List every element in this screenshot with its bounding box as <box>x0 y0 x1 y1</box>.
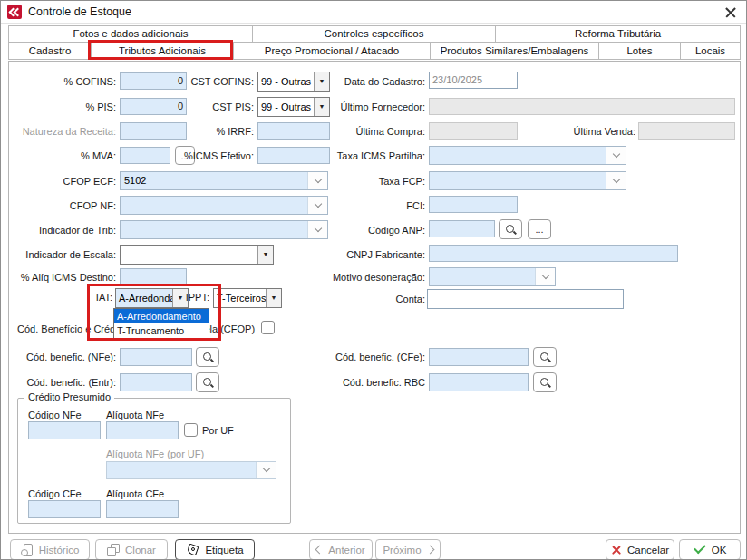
etiqueta-label: Etiqueta <box>205 545 243 555</box>
cod-benefic-nfe-field[interactable] <box>120 348 192 366</box>
cst-pis-label: CST PIS: <box>144 101 254 114</box>
chevron-down-icon[interactable] <box>606 147 626 164</box>
proximo-label: Próximo <box>383 545 421 555</box>
indicador-escala-label: Indicador de Escala: <box>6 249 116 262</box>
cod-benefic-cfe-field[interactable] <box>429 348 529 366</box>
tab-preco-promocional-atacado[interactable]: Preço Promocional / Atacado <box>233 43 431 60</box>
dropdown-arrow-icon[interactable]: ▼ <box>266 289 281 307</box>
motivo-desoneracao-label: Motivo desoneração: <box>309 272 425 285</box>
taxa-fcp-label: Taxa FCP: <box>309 176 425 188</box>
chevron-left-icon <box>315 546 325 555</box>
cfop-ecf-combo[interactable]: 5102 <box>120 171 328 190</box>
fci-label: FCI: <box>309 200 425 213</box>
icms-efetivo-label: %ICMS Efetivo: <box>144 150 254 163</box>
ok-label: OK <box>712 545 727 555</box>
motivo-desoneracao-combo[interactable] <box>429 267 556 286</box>
taxa-fcp-value <box>430 172 606 189</box>
beneficio-tabela-checkbox[interactable] <box>261 321 275 334</box>
ultimo-fornecedor-label: Último Fornecedor: <box>309 101 425 114</box>
search-icon <box>505 224 517 236</box>
conta-label: Conta: <box>309 294 425 306</box>
ultima-venda-label: Última Venda: <box>543 126 635 139</box>
indicador-escala-combo[interactable]: ▼ <box>120 245 274 265</box>
ippt-combo[interactable]: T-Terceiros ▼ <box>213 288 282 308</box>
codigo-cfe-field[interactable] <box>28 500 101 518</box>
chevron-down-icon[interactable] <box>535 268 555 285</box>
conta-field[interactable] <box>427 289 624 309</box>
codigo-anp-browse-button[interactable]: ... <box>528 219 551 239</box>
mva-label: % MVA: <box>6 150 116 163</box>
tag-icon <box>186 543 199 556</box>
cfop-ecf-label: CFOP ECF: <box>6 176 116 188</box>
cod-benefic-rbc-search-button[interactable] <box>533 372 557 392</box>
tab-lotes[interactable]: Lotes <box>598 43 681 60</box>
etiqueta-button[interactable]: Etiqueta <box>175 539 255 560</box>
dropdown-arrow-icon[interactable]: ▼ <box>257 246 273 264</box>
clone-icon <box>107 544 120 556</box>
aliquota-cfe-field[interactable] <box>106 500 179 518</box>
cancelar-button[interactable]: Cancelar <box>606 539 674 560</box>
tab-cadastro[interactable]: Cadastro <box>8 43 92 60</box>
codigo-nfe-field[interactable] <box>28 421 101 439</box>
search-icon <box>539 377 551 389</box>
cnpj-fabricante-field[interactable] <box>429 245 678 262</box>
annotation-highlight-tab <box>88 40 233 60</box>
cod-benefic-entr-field[interactable] <box>120 373 192 391</box>
data-cadastro-field[interactable]: 23/10/2025 <box>429 72 518 89</box>
por-uf-checkbox[interactable] <box>184 423 198 437</box>
ok-button[interactable]: OK <box>679 539 741 560</box>
historico-button[interactable]: Histórico <box>10 539 90 560</box>
natureza-receita-label: Natureza da Receita: <box>6 126 116 139</box>
search-icon <box>202 377 214 389</box>
cst-cofins-label: CST COFINS: <box>144 76 254 89</box>
codigo-anp-field[interactable] <box>429 220 495 237</box>
cod-benefic-rbc-label: Cód. benefic. RBC <box>309 377 425 390</box>
close-icon[interactable] <box>723 5 739 21</box>
cod-benefic-nfe-search-button[interactable] <box>196 347 219 367</box>
taxa-icms-partilha-combo[interactable] <box>429 146 626 165</box>
clonar-button[interactable]: Clonar <box>95 539 168 560</box>
proximo-button[interactable]: Próximo <box>375 539 441 560</box>
history-icon <box>21 544 34 556</box>
cancelar-label: Cancelar <box>627 545 669 555</box>
pis-label: % PIS: <box>6 101 116 114</box>
tab-locais[interactable]: Locais <box>680 43 741 60</box>
tab-controles-especificos[interactable]: Controles específicos <box>252 25 496 43</box>
taxa-fcp-combo[interactable] <box>429 171 626 190</box>
anterior-button[interactable]: Anterior <box>309 539 373 560</box>
anterior-label: Anterior <box>328 545 364 555</box>
dialog-controle-de-estoque: Controle de Estoque Fotos e dados adicio… <box>0 0 747 560</box>
ultima-venda-field <box>638 122 735 140</box>
aliq-icms-destino-label: % Alíq ICMS Destino: <box>6 272 116 285</box>
fci-field[interactable] <box>429 196 518 213</box>
taxa-icms-partilha-value <box>430 147 606 164</box>
cancel-x-icon <box>611 545 622 555</box>
aliquota-nfe-uf-combo <box>106 461 276 479</box>
cod-benefic-cfe-search-button[interactable] <box>533 347 557 367</box>
codigo-nfe-label: Código NFe <box>28 410 101 422</box>
app-icon <box>7 5 22 19</box>
irrf-label: % IRRF: <box>144 126 254 139</box>
codigo-anp-search-button[interactable] <box>499 219 522 239</box>
ultima-compra-field <box>429 122 518 140</box>
aliquota-nfe-uf-label: Alíquota NFe (por UF) <box>106 449 251 461</box>
cod-benefic-rbc-field[interactable] <box>429 373 529 391</box>
cfop-nf-combo[interactable] <box>120 196 328 215</box>
tab-produtos-similares-embalagens[interactable]: Produtos Similares/Embalagens <box>430 43 599 60</box>
cst-pis-value: 99 - Outras <box>258 98 314 116</box>
cfop-ecf-value: 5102 <box>121 172 307 189</box>
cfop-nf-value <box>121 197 307 214</box>
cod-benefic-entr-search-button[interactable] <box>196 372 219 392</box>
indicador-trib-combo[interactable] <box>120 220 328 239</box>
window-title: Controle de Estoque <box>28 5 131 18</box>
cfop-nf-label: CFOP NF: <box>6 200 116 213</box>
search-icon <box>202 352 214 363</box>
tab-reforma-tributaria[interactable]: Reforma Tributária <box>495 25 741 43</box>
cnpj-fabricante-label: CNPJ Fabricante: <box>309 249 425 262</box>
chevron-down-icon[interactable] <box>606 172 626 189</box>
aliquota-nfe-field[interactable] <box>106 421 179 439</box>
cod-benefic-cfe-label: Cód. benefic. (CFe): <box>309 352 425 364</box>
check-icon <box>694 544 706 555</box>
ultima-compra-label: Última Compra: <box>309 126 425 139</box>
taxa-icms-partilha-label: Taxa ICMS Partilha: <box>309 150 425 163</box>
